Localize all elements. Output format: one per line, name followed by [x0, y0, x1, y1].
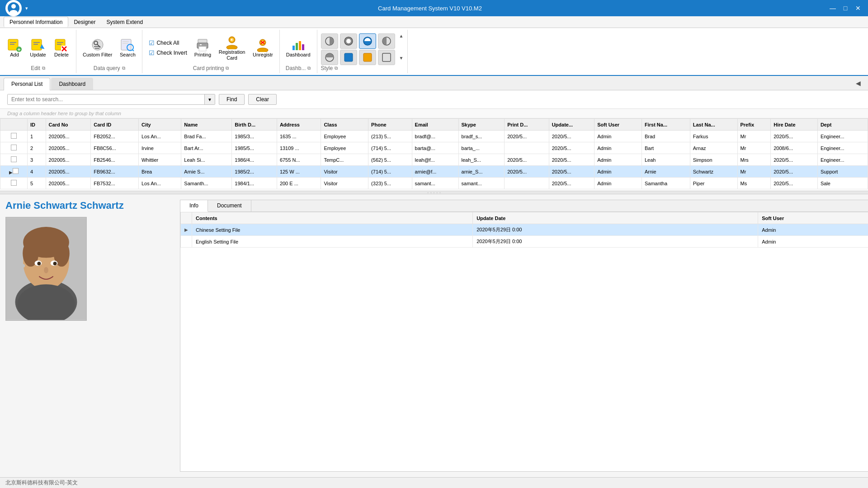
- checkbox[interactable]: [11, 145, 17, 150]
- info-col-update-date[interactable]: Update Date: [473, 212, 758, 224]
- style-btn-6[interactable]: [340, 50, 357, 65]
- unregistr-label: Unregistr: [253, 52, 273, 58]
- col-birth[interactable]: Birth D...: [232, 119, 277, 131]
- col-print-d[interactable]: Print D...: [505, 119, 549, 131]
- printing-button[interactable]: Printing: [192, 36, 214, 60]
- style-expand-icon[interactable]: ⧉: [335, 66, 338, 71]
- add-button[interactable]: + Add: [4, 36, 25, 60]
- tab-collapse-button[interactable]: ◀: [852, 78, 864, 90]
- tab-personal-list[interactable]: Personal List: [4, 78, 50, 90]
- ribbon-group-style: Style ⧉ ▲ ▼: [317, 30, 408, 73]
- style-btn-2[interactable]: [340, 33, 357, 49]
- cell-skype: arnie_S...: [458, 166, 505, 178]
- bottom-panel: Arnie Schwartz Schwartz: [0, 194, 868, 477]
- update-button[interactable]: Update: [27, 36, 49, 60]
- tab-info[interactable]: Info: [180, 200, 208, 212]
- tab-document[interactable]: Document: [208, 200, 251, 211]
- title-bar: ▾ Card Management System V10 V10.M2 — □ …: [0, 0, 868, 16]
- close-button[interactable]: ✕: [854, 4, 863, 13]
- svg-point-1: [11, 4, 16, 9]
- checkbox[interactable]: [11, 156, 17, 162]
- checkbox[interactable]: [13, 168, 19, 174]
- col-id[interactable]: ID: [28, 119, 46, 131]
- col-class[interactable]: Class: [321, 119, 368, 131]
- style-scroll-up[interactable]: ▲: [399, 33, 404, 38]
- style-btn-5[interactable]: [321, 50, 338, 65]
- person-photo: [5, 217, 87, 321]
- table-row[interactable]: ▶ 4 202005... FB9632... Brea Arnie S... …: [0, 166, 868, 178]
- cell-address: 13109 ...: [277, 142, 321, 154]
- style-btn-7[interactable]: [359, 50, 376, 65]
- dashboard-button[interactable]: Dashboard: [283, 36, 313, 60]
- check-invert-button[interactable]: ☑ Check Invert: [146, 48, 189, 57]
- cell-update: 2020/5...: [549, 131, 594, 142]
- dashboard-expand-icon[interactable]: ⧉: [307, 66, 311, 71]
- table-row[interactable]: 3 202005... FB2546... Whittier Leah Si..…: [0, 154, 868, 166]
- check-all-button[interactable]: ☑ Check All: [146, 38, 189, 47]
- unregistr-button[interactable]: Unregistr: [250, 36, 276, 60]
- cell-soft-user: Admin: [594, 178, 642, 189]
- cell-hire-date: 2020/5...: [771, 166, 818, 178]
- clear-button[interactable]: Clear: [248, 94, 277, 105]
- maximize-button[interactable]: □: [841, 4, 850, 13]
- col-card-id[interactable]: Card ID: [91, 119, 139, 131]
- info-table-row[interactable]: English Setting File 2020年5月29日 0:00 Adm…: [181, 236, 868, 248]
- cell-card-id: FB7532...: [91, 178, 139, 189]
- minimize-button[interactable]: —: [828, 4, 837, 13]
- app-logo: [5, 0, 22, 16]
- info-table-row[interactable]: ▶ Chinese Setting File 2020年5月29日 0:00 A…: [181, 224, 868, 236]
- table-row[interactable]: 2 202005... FB8C56... Irvine Bart Ar... …: [0, 142, 868, 154]
- cell-prefix: Ms: [737, 178, 771, 189]
- col-first-name[interactable]: First Na...: [642, 119, 690, 131]
- checkbox[interactable]: [11, 180, 17, 186]
- search-input[interactable]: [8, 94, 204, 104]
- col-phone[interactable]: Phone: [368, 119, 412, 131]
- col-soft-user[interactable]: Soft User: [594, 119, 642, 131]
- dashboard-btn-label: Dashboard: [286, 52, 311, 58]
- dashboard-group-label: Dashb... ⧉: [286, 65, 311, 71]
- search-dropdown-button[interactable]: ▼: [204, 94, 215, 104]
- search-button[interactable]: Search: [117, 36, 138, 60]
- cell-class: TempC...: [321, 154, 368, 166]
- menu-system-extend[interactable]: System Extend: [101, 17, 148, 27]
- table-row[interactable]: 1 202005... FB2052... Los An... Brad Fa.…: [0, 131, 868, 142]
- col-dept[interactable]: Dept: [817, 119, 868, 131]
- col-card-no[interactable]: Card No: [46, 119, 91, 131]
- menu-personnel-information[interactable]: Personnel Information: [4, 17, 68, 27]
- col-last-name[interactable]: Last Na...: [690, 119, 737, 131]
- style-btn-1[interactable]: [321, 33, 338, 49]
- find-button[interactable]: Find: [219, 94, 245, 105]
- svg-rect-41: [299, 41, 301, 50]
- style-btn-4[interactable]: [378, 33, 395, 49]
- edit-expand-icon[interactable]: ⧉: [42, 66, 45, 71]
- custom-filter-button[interactable]: Custom Filter: [80, 36, 115, 60]
- svg-rect-49: [344, 53, 353, 61]
- card-printing-expand-icon[interactable]: ⧉: [226, 66, 229, 71]
- data-query-expand-icon[interactable]: ⧉: [122, 66, 125, 71]
- info-col-soft-user[interactable]: Soft User: [758, 212, 868, 224]
- col-update[interactable]: Update...: [549, 119, 594, 131]
- style-btn-3[interactable]: [359, 33, 376, 49]
- checkbox[interactable]: [11, 133, 17, 139]
- col-city[interactable]: City: [138, 119, 181, 131]
- cell-soft-user: Admin: [594, 131, 642, 142]
- split-divider[interactable]: · · · · ·: [0, 191, 868, 194]
- info-col-contents[interactable]: Contents: [192, 212, 473, 224]
- col-skype[interactable]: Skype: [458, 119, 505, 131]
- menu-designer[interactable]: Designer: [68, 17, 101, 27]
- col-address[interactable]: Address: [277, 119, 321, 131]
- svg-rect-39: [292, 46, 295, 50]
- style-scroll-down[interactable]: ▼: [399, 56, 404, 61]
- tab-dashboard[interactable]: Dashboard: [51, 78, 93, 90]
- col-name[interactable]: Name: [181, 119, 232, 131]
- style-btn-8[interactable]: [378, 50, 395, 65]
- cell-checked: [0, 142, 28, 154]
- svg-text:+: +: [18, 47, 21, 52]
- cell-address: 200 E ...: [277, 178, 321, 189]
- registration-card-button[interactable]: Registration Card: [216, 33, 248, 63]
- col-prefix[interactable]: Prefix: [737, 119, 771, 131]
- table-row[interactable]: 5 202005... FB7532... Los An... Samanth.…: [0, 178, 868, 189]
- col-email[interactable]: Email: [412, 119, 458, 131]
- col-hire-date[interactable]: Hire Date: [771, 119, 818, 131]
- delete-button[interactable]: Delete: [51, 36, 72, 60]
